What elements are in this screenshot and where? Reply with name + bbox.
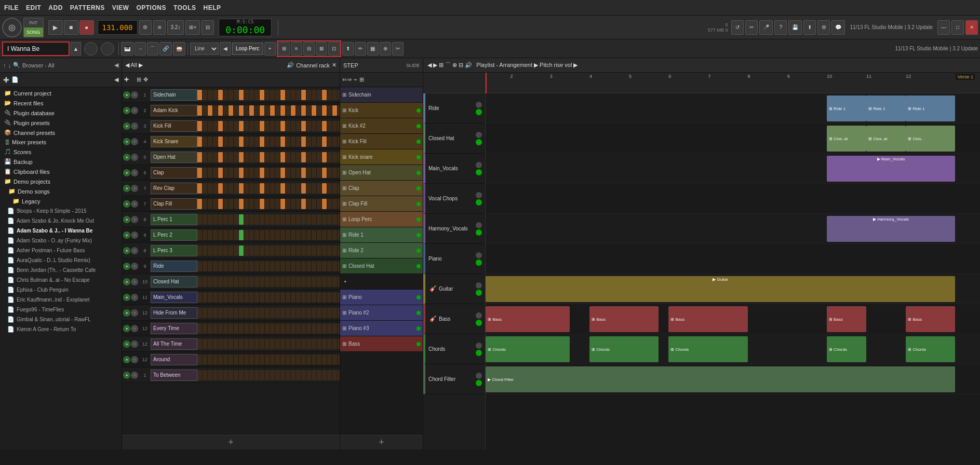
step-3-6[interactable]	[229, 136, 233, 147]
step-1-22[interactable]	[312, 105, 316, 116]
browser-item-13[interactable]: 📄 Adam Szabo & Jo..Knock Me Out	[0, 216, 122, 226]
step-13-15[interactable]	[275, 292, 280, 303]
step-18-21[interactable]	[306, 370, 311, 380]
browser-item-21[interactable]: 📄 Eric Kauffmann..ind - Exoplanet	[0, 295, 122, 305]
step-16-6[interactable]	[229, 339, 233, 349]
step-12-11[interactable]	[254, 277, 259, 287]
step-10-2[interactable]	[208, 245, 212, 256]
step-4-14[interactable]	[270, 152, 275, 162]
step-4-22[interactable]	[312, 152, 316, 162]
step-11-11[interactable]	[254, 261, 259, 271]
step-15-3[interactable]	[213, 323, 218, 334]
step-17-23[interactable]	[317, 354, 321, 365]
browser-down-arrow[interactable]: ↓	[8, 62, 11, 69]
step-13-3[interactable]	[213, 292, 218, 303]
step-8-6[interactable]	[229, 214, 233, 225]
step-8-18[interactable]	[291, 214, 296, 225]
step-17-26[interactable]	[332, 354, 337, 365]
step-1-10[interactable]	[249, 105, 254, 116]
block-bass-1[interactable]: ⊞ Bass	[486, 306, 570, 332]
step-12-10[interactable]	[249, 277, 254, 287]
step-0-6[interactable]	[229, 90, 233, 100]
step-2-26[interactable]	[332, 121, 337, 131]
step-14-13[interactable]	[265, 308, 270, 318]
step-7-8[interactable]	[239, 199, 244, 209]
step-14-19[interactable]	[296, 308, 301, 318]
help-btn[interactable]: ?	[774, 20, 787, 35]
step-10-13[interactable]	[265, 245, 270, 256]
step-9-5[interactable]	[223, 230, 228, 240]
step-18-24[interactable]	[322, 370, 327, 380]
step-8-14[interactable]	[270, 214, 275, 225]
step-18-10[interactable]	[249, 370, 254, 380]
step-17-1[interactable]	[203, 354, 207, 365]
cr-name-15[interactable]: Every Time	[151, 323, 197, 334]
step-12-12[interactable]	[260, 277, 264, 287]
step-7-16[interactable]	[280, 199, 285, 209]
il-item-11[interactable]: ⊞ Closed Hat	[340, 258, 423, 274]
step-4-5[interactable]	[223, 152, 228, 162]
step-16-1[interactable]	[203, 339, 207, 349]
step-3-19[interactable]	[296, 136, 301, 147]
cr-green-btn-15[interactable]: ●	[123, 325, 130, 332]
step-13-20[interactable]	[301, 292, 306, 303]
step-10-12[interactable]	[260, 245, 264, 256]
block-chords-5[interactable]: ⊞ Chords	[906, 336, 955, 362]
browser-item-12[interactable]: 📄 9loops - Keep It Simple - 2015	[0, 206, 122, 216]
step-4-8[interactable]	[239, 152, 244, 162]
block-chords-4[interactable]: ⊞ Chords	[827, 336, 866, 362]
il-item-10[interactable]: ⊞ Ride 2	[340, 243, 423, 258]
step-9-1[interactable]	[203, 230, 207, 240]
step-18-0[interactable]	[197, 370, 202, 380]
cr-vol-btn-2[interactable]: ○	[131, 122, 138, 130]
step-17-17[interactable]	[286, 354, 290, 365]
il-item-8[interactable]: ⊞ Loop Perc	[340, 212, 423, 227]
step-13-4[interactable]	[218, 292, 223, 303]
browser-item-4[interactable]: 📦 Channel presets	[0, 128, 122, 138]
step-6-5[interactable]	[223, 183, 228, 194]
step-11-15[interactable]	[275, 261, 280, 271]
step-17-22[interactable]	[312, 354, 316, 365]
track-mute-6[interactable]	[476, 282, 482, 289]
step-13-11[interactable]	[254, 292, 259, 303]
step-8-10[interactable]	[249, 214, 254, 225]
step-0-8[interactable]	[239, 90, 244, 100]
step-0-3[interactable]	[213, 90, 218, 100]
step-1-15[interactable]	[275, 105, 280, 116]
step-16-7[interactable]	[234, 339, 238, 349]
step-15-14[interactable]	[270, 323, 275, 334]
cr-green-btn-8[interactable]: ●	[123, 216, 130, 223]
step-5-23[interactable]	[317, 168, 321, 178]
step-4-15[interactable]	[275, 152, 280, 162]
step-6-10[interactable]	[249, 183, 254, 194]
cr-speaker-icon[interactable]: 🔊	[287, 62, 294, 69]
step-7-18[interactable]	[291, 199, 296, 209]
step-17-5[interactable]	[223, 354, 228, 365]
step-11-24[interactable]	[322, 261, 327, 271]
close-btn[interactable]: ✕	[965, 20, 978, 35]
step-6-17[interactable]	[286, 183, 290, 194]
step-7-2[interactable]	[208, 199, 212, 209]
step-0-1[interactable]	[203, 90, 207, 100]
cr-name-2[interactable]: Kick Fill	[151, 120, 197, 132]
step-17-25[interactable]	[327, 354, 332, 365]
step-18-17[interactable]	[286, 370, 290, 380]
track-mute-9[interactable]	[476, 373, 482, 379]
step-16-21[interactable]	[306, 339, 311, 349]
block-bass-5[interactable]: ⊞ Bass	[906, 306, 955, 332]
step-9-26[interactable]	[332, 230, 337, 240]
t2-cut2[interactable]: ✂	[392, 42, 404, 56]
step-5-9[interactable]	[244, 168, 249, 178]
cr-close-icon[interactable]: ✕	[332, 62, 337, 69]
block-chords-1[interactable]: ⊞ Chords	[486, 336, 570, 362]
step-4-27[interactable]	[338, 152, 340, 162]
step-14-11[interactable]	[254, 308, 259, 318]
step-7-25[interactable]	[327, 199, 332, 209]
cr-name-12[interactable]: Closed Hat	[151, 276, 197, 288]
il-item-16[interactable]: ⊞ Bass	[340, 336, 423, 352]
step-11-14[interactable]	[270, 261, 275, 271]
step-9-11[interactable]	[254, 230, 259, 240]
step-12-4[interactable]	[218, 277, 223, 287]
step-0-12[interactable]	[260, 90, 264, 100]
step-13-17[interactable]	[286, 292, 290, 303]
